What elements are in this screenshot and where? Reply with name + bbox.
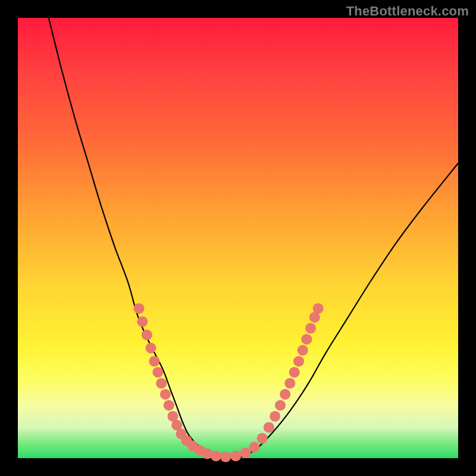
data-marker [298, 345, 308, 356]
data-marker [293, 356, 304, 367]
data-marker [280, 389, 290, 400]
data-marker [160, 389, 171, 400]
plot-area [18, 18, 458, 458]
data-marker [142, 330, 152, 340]
chart-frame: TheBottleneck.com [0, 0, 476, 476]
watermark-text: TheBottleneck.com [346, 4, 469, 19]
marker-layer [134, 303, 324, 462]
data-marker [137, 317, 148, 327]
data-marker [301, 334, 312, 345]
data-marker [152, 367, 163, 378]
data-marker [164, 400, 174, 411]
data-marker [156, 378, 167, 389]
data-marker [220, 452, 231, 462]
data-marker [313, 303, 324, 314]
data-marker [249, 442, 259, 453]
data-marker [284, 378, 295, 389]
data-marker [134, 303, 145, 314]
data-marker [257, 433, 268, 444]
data-marker [264, 422, 274, 433]
data-marker [149, 356, 159, 367]
data-marker [240, 447, 251, 458]
chart-svg [18, 18, 458, 458]
data-marker [305, 323, 316, 334]
data-marker [270, 411, 280, 422]
data-marker [289, 367, 300, 378]
data-marker [145, 343, 156, 353]
data-marker [230, 450, 241, 461]
data-marker [275, 400, 286, 411]
data-marker [211, 450, 221, 461]
bottleneck-curve [49, 18, 458, 459]
